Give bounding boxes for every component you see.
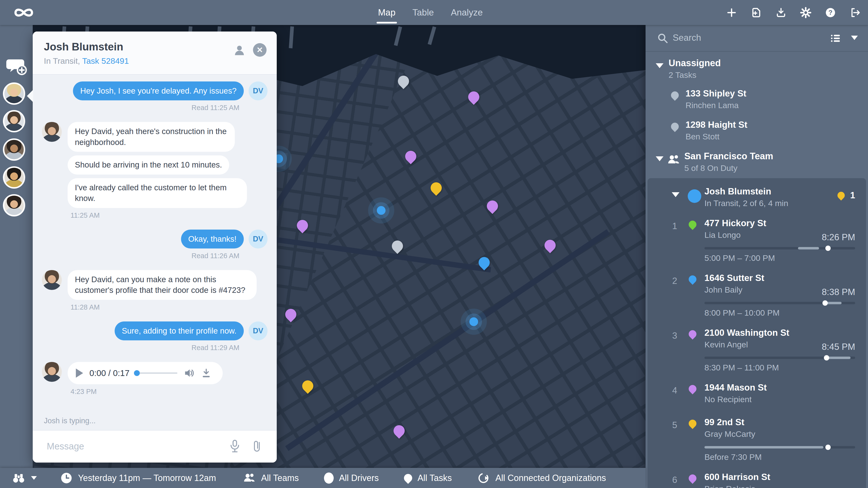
tab-table[interactable]: Table xyxy=(412,0,434,25)
task-eta: 8:26 PM xyxy=(822,232,855,242)
task-timeline xyxy=(705,247,855,249)
lookup-binoculars-button[interactable] xyxy=(12,472,37,484)
search-icon[interactable] xyxy=(657,32,669,45)
task-pin-icon xyxy=(687,219,698,230)
map-pin[interactable] xyxy=(302,380,313,392)
chat-avatar-josh[interactable] xyxy=(3,110,25,132)
settings-gear-icon[interactable] xyxy=(800,6,812,19)
microphone-icon[interactable] xyxy=(229,439,241,454)
driver-row-josh[interactable]: Josh Blumstein In Transit, 2 of 6, 4 min… xyxy=(648,180,866,211)
import-icon[interactable] xyxy=(750,6,762,19)
group-subtitle: 2 Tasks xyxy=(669,70,857,80)
collapse-triangle-icon[interactable] xyxy=(672,192,680,197)
chat-avatar-4[interactable] xyxy=(3,166,25,189)
map-pin[interactable] xyxy=(398,75,409,87)
map-pin[interactable] xyxy=(297,220,308,231)
tab-analyze[interactable]: Analyze xyxy=(451,0,483,25)
close-icon[interactable]: ✕ xyxy=(253,43,267,57)
driver-location-dot[interactable] xyxy=(469,317,478,326)
group-team[interactable]: San Francisco Team 5 of 8 On Duty xyxy=(646,145,868,175)
task-number: 5 xyxy=(672,420,677,430)
driver-status: In Transit, 2 of 6, 4 min xyxy=(705,199,855,208)
audio-player: 0:00 / 0:17 xyxy=(68,362,223,384)
message-bubble: I've already called the customer to let … xyxy=(68,178,247,208)
list-view-icon[interactable] xyxy=(829,32,841,45)
help-icon[interactable]: ? xyxy=(825,6,837,19)
task-link[interactable]: Task 528491 xyxy=(82,56,129,65)
unassigned-task-row[interactable]: 1298 Haight St Ben Stott xyxy=(646,114,868,145)
task-pin-icon xyxy=(687,473,698,484)
new-chat-icon[interactable] xyxy=(5,57,29,78)
task-row[interactable]: 3 2100 Washington St Kevin Angel 8:45 PM… xyxy=(648,321,866,376)
map-pin[interactable] xyxy=(392,241,403,252)
driver-dot-icon xyxy=(324,472,334,484)
map-pin[interactable] xyxy=(394,425,405,436)
onfleet-logo xyxy=(12,6,42,19)
driver-profile-icon[interactable] xyxy=(233,44,246,58)
message-outgoing: Okay, thanks! DV xyxy=(42,230,268,248)
unassigned-task-row[interactable]: 133 Shipley St Rinchen Lama xyxy=(646,82,868,114)
read-receipt: Read 11:29 AM xyxy=(42,344,268,352)
map-pin[interactable] xyxy=(405,151,416,162)
attachment-icon[interactable] xyxy=(251,439,262,454)
task-address: 2100 Washington St xyxy=(705,328,855,338)
all-tasks-filter[interactable]: All Tasks xyxy=(404,473,452,483)
message-time: 11:25 AM xyxy=(42,211,268,219)
chevron-down-icon xyxy=(31,476,37,480)
task-pin-icon xyxy=(687,329,698,339)
message-outgoing: Hey Josh, I see you're delayed. Any issu… xyxy=(42,82,268,100)
chat-avatar-3[interactable] xyxy=(3,139,25,161)
play-icon[interactable] xyxy=(76,368,83,378)
map-pin[interactable] xyxy=(468,91,479,102)
collapse-triangle-icon[interactable] xyxy=(656,156,663,161)
task-address: 99 2nd St xyxy=(705,417,855,427)
message-bubble: Hey Josh, I see you're delayed. Any issu… xyxy=(73,82,244,100)
map-pin[interactable] xyxy=(545,240,556,251)
filter-label: All Connected Organizations xyxy=(495,473,606,483)
group-unassigned[interactable]: Unassigned 2 Tasks xyxy=(646,52,868,82)
map-pin[interactable] xyxy=(431,182,442,193)
teams-icon xyxy=(243,472,256,484)
audio-seekbar[interactable] xyxy=(136,372,177,374)
logout-icon[interactable] xyxy=(849,6,861,19)
chat-avatar-1[interactable] xyxy=(3,83,25,105)
task-recipient: Rinchen Lama xyxy=(685,101,857,110)
chat-input-bar[interactable]: Message xyxy=(33,430,277,462)
search-input[interactable]: Search xyxy=(673,33,701,43)
task-row[interactable]: 5 99 2nd St Gray McCarty Before 7:30 PM xyxy=(648,410,866,465)
chevron-down-icon[interactable] xyxy=(851,36,858,40)
task-row[interactable]: 2 1646 Sutter St John Baily 8:38 PM 8:00… xyxy=(648,266,866,321)
task-address: 600 Harrison St xyxy=(705,472,855,482)
message-input[interactable]: Message xyxy=(47,441,84,452)
map-pin[interactable] xyxy=(487,201,498,212)
top-actions: ? xyxy=(725,0,861,25)
task-row[interactable]: 1 477 Hickory St Lia Longo 8:26 PM 5:00 … xyxy=(648,211,866,266)
all-connected-organizations-filter[interactable]: All Connected Organizations xyxy=(477,471,606,485)
task-number: 6 xyxy=(672,475,677,485)
task-address: 1298 Haight St xyxy=(685,120,857,130)
time-range-filter[interactable]: Yesterday 11pm — Tomorrow 12am xyxy=(60,472,216,484)
top-bar: Map Table Analyze ? xyxy=(0,0,868,25)
task-recipient: No Recipient xyxy=(705,395,855,404)
download-icon[interactable] xyxy=(201,368,211,378)
chat-driver-name: Josh Blumstein xyxy=(44,41,123,53)
task-row[interactable]: 4 1944 Mason St No Recipient xyxy=(648,376,866,410)
chat-avatar-5[interactable] xyxy=(3,194,25,216)
audio-seek-handle[interactable] xyxy=(134,370,140,376)
map-pin[interactable] xyxy=(478,257,490,268)
map-pin[interactable] xyxy=(285,309,297,320)
group-subtitle: 5 of 8 On Duty xyxy=(684,163,857,173)
task-row[interactable]: 6 600 Harrison St Brian Rekasis xyxy=(648,465,866,488)
all-teams-filter[interactable]: All Teams xyxy=(243,472,299,484)
message-bubble: Hey David, yeah there's construction in … xyxy=(68,122,235,152)
volume-icon[interactable] xyxy=(184,368,195,378)
task-pin-icon xyxy=(687,274,698,284)
collapse-triangle-icon[interactable] xyxy=(656,63,663,68)
add-icon[interactable] xyxy=(725,6,738,19)
all-drivers-filter[interactable]: All Drivers xyxy=(324,472,379,484)
tab-map[interactable]: Map xyxy=(378,0,396,25)
driver-location-dot[interactable] xyxy=(377,206,385,215)
export-icon[interactable] xyxy=(775,6,787,19)
group-title: Unassigned xyxy=(669,58,857,68)
chat-messages[interactable]: Hey Josh, I see you're delayed. Any issu… xyxy=(33,75,277,430)
